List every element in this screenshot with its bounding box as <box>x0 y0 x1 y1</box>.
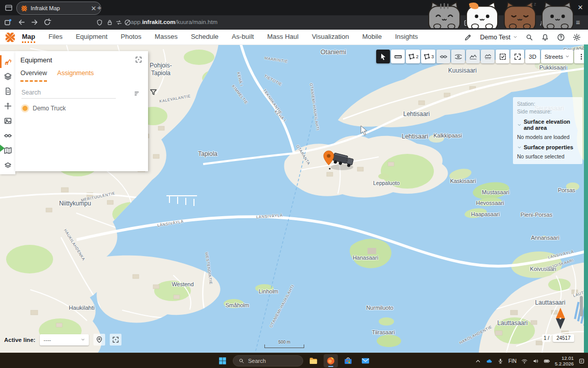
rail-item-crosshair[interactable] <box>0 99 15 113</box>
microphone-icon[interactable] <box>497 358 504 364</box>
nav-as-built[interactable]: As-built <box>232 31 254 43</box>
panel-expand-icon[interactable] <box>135 56 142 63</box>
tab-overview-icon[interactable] <box>5 4 13 12</box>
map-road-label: MAARINTIE <box>264 56 288 64</box>
help-icon[interactable] <box>557 33 565 41</box>
taskbar-app-firefox[interactable] <box>324 354 338 367</box>
tab-close-icon[interactable]: ✕ <box>91 5 96 12</box>
tool-fullscreen[interactable] <box>510 50 524 63</box>
taskbar-app-mail[interactable] <box>358 354 373 367</box>
truck-marker[interactable] <box>322 150 357 172</box>
info-section-body: No models are loaded <box>517 134 578 140</box>
active-line-dropdown[interactable]: ---- <box>40 334 89 346</box>
map-place-label: Lauttasaari <box>497 319 527 327</box>
tool-profile-table[interactable] <box>481 50 495 63</box>
ratio-value[interactable]: 24517 <box>553 334 574 342</box>
window-close-icon[interactable]: ✕ <box>576 4 584 12</box>
taskbar-app-store[interactable] <box>341 354 355 367</box>
map-scrollbar-thumb[interactable] <box>580 296 583 316</box>
browser-tab[interactable]: Infrakit Map ✕ <box>16 2 101 15</box>
tool-select-area[interactable] <box>496 50 509 63</box>
compass-icon[interactable] <box>554 307 567 331</box>
tool-3d[interactable]: 3D <box>525 50 540 63</box>
tool-basemap[interactable]: Streets <box>541 50 573 63</box>
chevron-down-icon <box>81 337 85 342</box>
url-bar[interactable]: app.infrakit.com/kuura/main.htm <box>131 19 217 25</box>
tool-inspect[interactable] <box>436 50 450 63</box>
back-icon[interactable] <box>17 18 26 27</box>
rail-item-image[interactable] <box>0 113 15 128</box>
taskbar-search[interactable]: Search <box>233 355 303 366</box>
volume-icon[interactable] <box>532 358 539 364</box>
settings-icon[interactable] <box>573 33 581 41</box>
nav-insights[interactable]: Insights <box>395 31 418 43</box>
map-place-label: Tiirasaari <box>372 329 395 336</box>
onedrive-icon[interactable] <box>486 358 493 364</box>
clock[interactable]: 12.01 5.2.2026 <box>555 355 574 367</box>
filter-icon[interactable] <box>149 88 158 97</box>
tool-cross-section[interactable] <box>451 50 465 63</box>
lock-icon[interactable] <box>106 19 113 26</box>
rail-item-stack[interactable] <box>0 158 15 173</box>
translate-icon[interactable] <box>115 19 122 26</box>
nav-visualization[interactable]: Visualization <box>312 31 349 43</box>
rail-item-document[interactable] <box>0 84 15 99</box>
tab-assignments[interactable]: Assignments <box>57 70 94 82</box>
info-section-header[interactable]: Surface properties <box>517 144 578 150</box>
green-arrow-button[interactable] <box>0 145 5 152</box>
map-place-label: Annansaari <box>531 235 559 242</box>
map-road-label: KIMMELTIE <box>231 84 249 105</box>
search-icon[interactable] <box>525 33 533 41</box>
tool-polygon-3[interactable]: 3 <box>421 50 435 63</box>
nav-schedule[interactable]: Schedule <box>191 31 218 43</box>
map-road-label: POHJOISKAARI <box>543 258 575 272</box>
forward-icon[interactable] <box>30 18 39 27</box>
tool-polygon-2[interactable]: 2 <box>406 50 420 63</box>
menu-icon[interactable]: ≡ <box>576 18 584 27</box>
reload-icon[interactable] <box>43 18 52 27</box>
project-selector[interactable]: Demo Test <box>480 34 518 41</box>
nav-photos[interactable]: Photos <box>121 31 141 43</box>
tab-overview[interactable]: Overview <box>20 70 47 82</box>
rail-item-layers[interactable] <box>0 69 15 84</box>
tool-profile[interactable] <box>466 50 480 63</box>
rail-item-excavator[interactable] <box>0 54 15 69</box>
nav-files[interactable]: Files <box>48 31 62 43</box>
map-place-label: Hanasaari <box>353 255 378 262</box>
sort-icon[interactable] <box>134 90 141 97</box>
nav-equipment[interactable]: Equipment <box>76 31 107 43</box>
excavator-icon <box>4 57 12 66</box>
tool-measure[interactable] <box>391 50 405 63</box>
language-indicator[interactable]: FIN <box>508 358 517 364</box>
chevron-down-icon <box>565 54 570 59</box>
shield-icon[interactable] <box>96 19 103 26</box>
taskbar-app-file-explorer[interactable] <box>306 354 321 367</box>
battery-icon[interactable] <box>544 358 550 364</box>
map-road-label: KALEVALANTIE <box>159 94 191 104</box>
tracking-blocked-icon[interactable] <box>124 19 131 26</box>
notification-center-icon[interactable] <box>578 358 585 364</box>
workspace-icon[interactable] <box>4 18 12 27</box>
map-place-label: Mustasaari <box>482 189 509 196</box>
locate-button[interactable] <box>93 334 105 346</box>
fit-view-button[interactable] <box>110 334 121 346</box>
notifications-icon[interactable] <box>541 33 549 41</box>
nav-masses[interactable]: Masses <box>155 31 178 43</box>
nav-map[interactable]: Map <box>22 31 35 43</box>
rail-item-goggles[interactable] <box>0 128 15 143</box>
nav-mobile[interactable]: Mobile <box>362 31 382 43</box>
wifi-icon[interactable] <box>521 358 528 364</box>
mouse-cursor <box>360 125 368 136</box>
equipment-search-input[interactable] <box>21 87 116 99</box>
cat-gray-tabby-icon <box>426 1 463 28</box>
start-button[interactable] <box>215 354 230 367</box>
tool-select[interactable] <box>376 50 390 63</box>
equipment-item[interactable]: Demo Truck <box>22 105 66 112</box>
nav-mass-haul[interactable]: Mass Haul <box>267 31 298 43</box>
tool-label: 3D <box>529 54 536 60</box>
new-tab-button[interactable]: + <box>97 4 102 11</box>
tray-expand-icon[interactable] <box>475 358 481 364</box>
edit-project-icon[interactable] <box>464 33 472 41</box>
map-place-label: Haukilahti <box>69 304 95 311</box>
info-section-header[interactable]: Surface elevation and area <box>517 119 578 131</box>
